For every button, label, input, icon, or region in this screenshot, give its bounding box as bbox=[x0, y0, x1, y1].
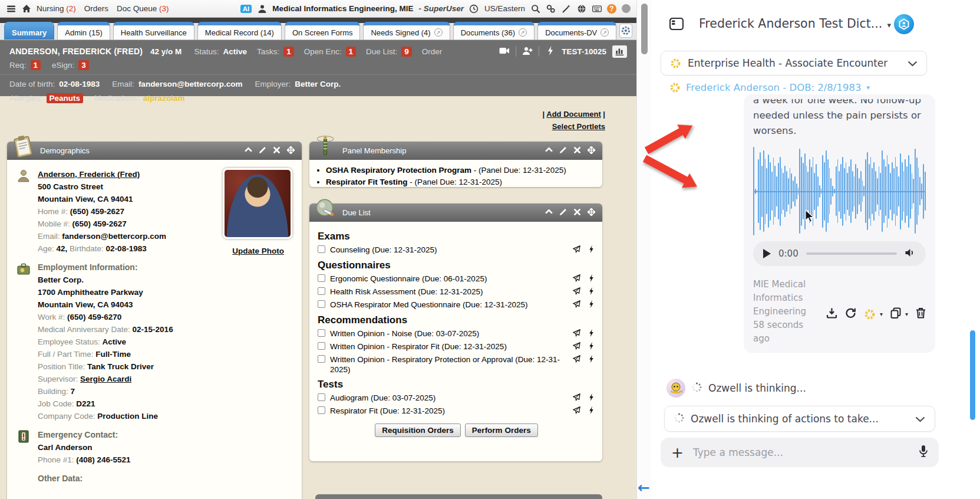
volume-icon[interactable] bbox=[905, 248, 916, 260]
nav-item-doc-queue[interactable]: Doc Queue (3) bbox=[117, 4, 169, 13]
vertical-scrollbar-thumb[interactable] bbox=[641, 4, 648, 54]
move-icon[interactable] bbox=[588, 146, 595, 156]
req-count-badge[interactable]: 1 bbox=[31, 60, 41, 70]
perform-now-icon[interactable] bbox=[588, 355, 595, 365]
due-item-checkbox[interactable] bbox=[318, 274, 325, 282]
tab-settings-icon[interactable] bbox=[619, 24, 632, 38]
search-icon[interactable] bbox=[530, 4, 540, 14]
close-icon[interactable] bbox=[573, 208, 581, 218]
tab-documents[interactable]: Documents (36)↗ bbox=[453, 22, 534, 40]
perform-now-icon[interactable] bbox=[588, 329, 595, 339]
send-requisition-icon[interactable] bbox=[573, 245, 580, 255]
move-icon[interactable] bbox=[287, 146, 295, 156]
perform-now-icon[interactable] bbox=[588, 300, 595, 310]
popout-icon[interactable]: ↗ bbox=[434, 28, 443, 37]
tab-admin[interactable]: Admin (15) bbox=[57, 22, 110, 40]
tab-needs-signed[interactable]: Needs Signed (4)↗ bbox=[363, 22, 450, 40]
requisition-orders-button[interactable]: Requisition Orders bbox=[375, 424, 461, 437]
message-input[interactable]: Type a message... bbox=[693, 447, 909, 458]
help-icon[interactable]: ? bbox=[607, 4, 616, 14]
demographics-portlet-header[interactable]: Demographics bbox=[7, 142, 302, 160]
collapse-icon[interactable] bbox=[545, 146, 553, 156]
hamburger-menu-icon[interactable] bbox=[6, 4, 16, 14]
keyboard-icon[interactable] bbox=[592, 4, 602, 14]
download-icon[interactable] bbox=[826, 307, 837, 321]
order-link[interactable]: Order bbox=[422, 47, 443, 56]
close-icon[interactable] bbox=[273, 146, 281, 156]
add-document-link[interactable]: Add Document bbox=[546, 110, 600, 119]
patient-name[interactable]: ANDERSON, FREDERICK (FRED) bbox=[9, 47, 143, 56]
patient-context-link[interactable]: Frederick Anderson - DOB: 2/8/1983 ▾ bbox=[669, 82, 870, 93]
video-call-icon[interactable] bbox=[499, 46, 510, 57]
popout-icon[interactable]: ↗ bbox=[600, 28, 609, 37]
microphone-icon[interactable] bbox=[919, 445, 928, 460]
select-portlets-link[interactable]: Select Portlets bbox=[552, 122, 605, 131]
due-item-checkbox[interactable] bbox=[318, 342, 325, 350]
send-requisition-icon[interactable] bbox=[573, 393, 580, 403]
chart-stats-icon[interactable] bbox=[612, 45, 627, 58]
tab-medical-record[interactable]: Medical Record (14) bbox=[197, 22, 282, 40]
tab-summary[interactable]: Summary bbox=[4, 22, 54, 40]
edit-pencil-icon[interactable] bbox=[559, 208, 567, 218]
medication-value[interactable]: alprazolam bbox=[143, 94, 185, 103]
panel-collapse-arrow[interactable]: ← bbox=[638, 480, 650, 495]
nav-item-orders[interactable]: Orders bbox=[84, 4, 108, 13]
send-requisition-icon[interactable] bbox=[573, 274, 580, 284]
update-photo-link[interactable]: Update Photo bbox=[232, 245, 284, 257]
tab-health-surveillance[interactable]: Health Surveillance bbox=[113, 22, 194, 40]
send-requisition-icon[interactable] bbox=[573, 342, 580, 352]
timezone[interactable]: US/Eastern bbox=[484, 4, 525, 13]
ozwell-logo[interactable] bbox=[894, 14, 914, 34]
copy-icon[interactable] bbox=[890, 307, 901, 321]
perform-orders-button[interactable]: Perform Orders bbox=[465, 424, 538, 437]
due-item-checkbox[interactable] bbox=[318, 355, 325, 363]
due-item-checkbox[interactable] bbox=[318, 406, 325, 414]
due-item-checkbox[interactable] bbox=[318, 245, 325, 253]
panel-scrollbar-thumb[interactable] bbox=[970, 330, 975, 420]
gear-menu-caret-icon[interactable]: ▾ bbox=[880, 311, 883, 317]
refresh-icon[interactable] bbox=[845, 307, 856, 321]
quick-action-lightning-icon[interactable] bbox=[545, 46, 556, 57]
due-item-checkbox[interactable] bbox=[318, 329, 325, 337]
esign-count-badge[interactable]: 3 bbox=[78, 60, 89, 70]
perform-now-icon[interactable] bbox=[588, 406, 595, 416]
perform-now-icon[interactable] bbox=[588, 342, 595, 352]
send-requisition-icon[interactable] bbox=[573, 329, 580, 339]
seek-bar[interactable] bbox=[806, 252, 897, 255]
collapse-icon[interactable] bbox=[245, 146, 252, 156]
send-requisition-icon[interactable] bbox=[573, 355, 580, 365]
link-icon[interactable] bbox=[546, 4, 556, 14]
move-icon[interactable] bbox=[588, 208, 595, 218]
action-status-box[interactable]: Ozwell is thinking of actions to take... bbox=[664, 406, 935, 432]
perform-now-icon[interactable] bbox=[588, 274, 595, 284]
tab-documents-dv[interactable]: Documents-DV↗ bbox=[537, 22, 616, 40]
edit-pencil-icon[interactable] bbox=[559, 146, 567, 156]
collapse-icon[interactable] bbox=[545, 208, 553, 218]
edit-pencil-icon[interactable] bbox=[259, 146, 266, 156]
copy-menu-caret-icon[interactable]: ▾ bbox=[905, 311, 908, 317]
popout-icon[interactable]: ↗ bbox=[519, 28, 527, 37]
add-person-icon[interactable] bbox=[522, 46, 533, 57]
send-requisition-icon[interactable] bbox=[573, 300, 580, 310]
delete-icon[interactable] bbox=[916, 307, 926, 321]
wand-icon[interactable] bbox=[561, 4, 571, 14]
ai-badge[interactable]: AI bbox=[240, 5, 252, 13]
due-item-checkbox[interactable] bbox=[318, 300, 325, 308]
perform-now-icon[interactable] bbox=[588, 287, 595, 297]
open-enc-count-badge[interactable]: 1 bbox=[346, 47, 357, 57]
due-list-count-badge[interactable]: 9 bbox=[401, 47, 412, 57]
due-item-checkbox[interactable] bbox=[318, 287, 325, 295]
due-item-checkbox[interactable] bbox=[318, 393, 325, 401]
perform-now-icon[interactable] bbox=[588, 393, 595, 403]
tasks-count-badge[interactable]: 1 bbox=[283, 47, 294, 57]
encounter-selector[interactable]: Enterprise Health - Associate Encounter bbox=[661, 51, 927, 75]
globe-icon[interactable] bbox=[576, 4, 586, 14]
nav-item-nursing[interactable]: Nursing (2) bbox=[37, 4, 76, 13]
send-requisition-icon[interactable] bbox=[573, 406, 580, 416]
gear-menu-icon[interactable] bbox=[864, 308, 876, 320]
due-list-header[interactable]: Due List bbox=[309, 203, 602, 222]
send-requisition-icon[interactable] bbox=[573, 287, 580, 297]
play-button[interactable] bbox=[763, 249, 771, 258]
home-icon[interactable] bbox=[21, 4, 31, 14]
user-avatar[interactable] bbox=[622, 4, 631, 13]
